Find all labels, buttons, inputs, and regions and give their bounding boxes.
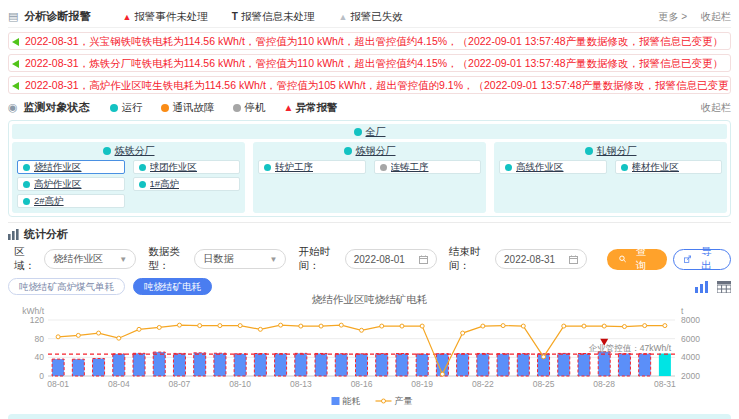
tab-alarm-info-unhandled[interactable]: T报警信息未处理 [232,10,315,24]
svg-text:08-28: 08-28 [593,379,615,389]
datatype-select[interactable]: 日数据▼ [194,249,286,269]
tab-power-per-ton[interactable]: 吨烧结矿电耗 [133,278,212,295]
group-items: 高线作业区 棒材作业区 [499,160,722,174]
svg-text:能耗: 能耗 [343,396,361,406]
green-flag-icon [12,60,19,68]
end-date-label: 结束时间： [449,245,489,273]
svg-text:08-19: 08-19 [411,379,433,389]
svg-text:6000: 6000 [681,334,700,344]
teal-dot-icon [139,164,146,171]
datatype-label: 数据类型： [148,245,188,273]
alert-row[interactable]: 2022-08-31，兴宝钢铁吨铁电耗为114.56 kWh/t，管控值为110… [8,32,731,50]
summary-box: ▪2022-08-01至2022-08-31，烧结作业区吨烧结矿电耗为48.59… [8,414,731,419]
start-date-input[interactable]: 2022-08-01 [345,249,437,269]
tree-item-sintering[interactable]: 烧结作业区 [17,160,125,174]
tree-item-pellet[interactable]: 球团作业区 [133,160,241,174]
search-icon [619,254,626,264]
plant-tree: 全厂 炼铁分厂 烧结作业区 球团作业区 高炉作业区 1#高炉 2#高炉 炼钢分厂 [8,120,731,217]
group-title[interactable]: 炼钢分厂 [258,144,481,157]
legend-running: 运行 [110,101,143,115]
alert-row[interactable]: 2022-08-31，炼铁分厂吨铁电耗为114.56 kWh/t，管控值为110… [8,54,731,72]
tab-label: 报警已失效 [350,10,403,24]
status-panel-title: 监测对象状态 [24,100,90,115]
svg-text:40: 40 [35,352,45,362]
alert-text: 2022-08-31，兴宝钢铁吨铁电耗为114.56 kWh/t，管控值为110… [25,35,723,47]
collapse-link[interactable]: 收起栏 [701,10,731,24]
calendar-icon [419,255,428,264]
tree-item-bar-mill[interactable]: 棒材作业区 [615,160,723,174]
chart-svg: 040801202000400060008000kWh/tt企业管控值：47kW… [8,306,731,408]
tab-label: 报警事件未处理 [134,10,208,24]
teal-dot-icon [621,164,628,171]
teal-dot-icon [23,181,30,188]
tree-root[interactable]: 全厂 [12,124,727,139]
status-header-right: 收起栏 [701,101,731,115]
filter-bar: 区域： 烧结作业区▼ 数据类型： 日数据▼ 开始时间： 2022-08-01 结… [8,245,731,273]
region-select[interactable]: 烧结作业区▼ [44,249,136,269]
group-title[interactable]: 轧钢分厂 [499,144,722,157]
status-panel: ◉ 监测对象状态 运行 通讯故障 停机 ▲异常报警 收起栏 全厂 炼铁分厂 烧结… [8,98,731,217]
alert-text: 2022-08-31，高炉作业区吨生铁电耗为114.56 kWh/t，管控值为1… [25,79,731,91]
export-button[interactable]: 导 出 [673,249,731,270]
svg-text:0: 0 [39,371,44,381]
green-flag-icon [12,82,19,90]
tree-item-wire-rod[interactable]: 高线作业区 [499,160,607,174]
query-button[interactable]: 查 询 [607,249,667,270]
chart-area: 040801202000400060008000kWh/tt企业管控值：47kW… [8,306,731,412]
tab-gas-per-ton[interactable]: 吨烧结矿高炉煤气单耗 [8,278,125,295]
tree-item-converter[interactable]: 转炉工序 [258,160,366,174]
alarm-panel: ▤ 分析诊断报警 ▲报警事件未处理 T报警信息未处理 ▲报警已失效 更多 > 收… [8,6,731,94]
svg-text:8000: 8000 [681,315,700,325]
group-ironmaking: 炼铁分厂 烧结作业区 球团作业区 高炉作业区 1#高炉 2#高炉 [12,142,245,213]
more-link[interactable]: 更多 > [658,10,687,24]
legend-alarm: ▲异常报警 [284,101,338,115]
teal-dot-icon [585,147,593,155]
page: ▤ 分析诊断报警 ▲报警事件未处理 T报警信息未处理 ▲报警已失效 更多 > 收… [0,0,739,419]
tree-groups: 炼铁分厂 烧结作业区 球团作业区 高炉作业区 1#高炉 2#高炉 炼钢分厂 转炉… [12,142,727,213]
tab-alarm-expired[interactable]: ▲报警已失效 [338,10,402,24]
svg-text:08-13: 08-13 [290,379,312,389]
table-view-icon[interactable] [717,281,731,293]
letter-t-icon: T [232,11,238,22]
svg-text:08-31: 08-31 [654,379,676,389]
status-panel-header: ◉ 监测对象状态 运行 通讯故障 停机 ▲异常报警 收起栏 [8,98,731,117]
chevron-down-icon: ▼ [119,255,127,264]
tree-item-furnace-1[interactable]: 1#高炉 [133,177,241,191]
stats-panel: 统计分析 区域： 烧结作业区▼ 数据类型： 日数据▼ 开始时间： 2022-08… [8,222,731,419]
stats-panel-title: 统计分析 [24,227,68,242]
svg-text:08-01: 08-01 [47,379,69,389]
svg-text:08-04: 08-04 [108,379,130,389]
legend-stopped: 停机 [233,101,266,115]
chevron-down-icon: ▼ [270,255,278,264]
tree-item-blast-furnace-area[interactable]: 高炉作业区 [17,177,125,191]
svg-text:08-25: 08-25 [533,379,555,389]
teal-dot-icon [505,164,512,171]
alarm-tabs: ▲报警事件未处理 T报警信息未处理 ▲报警已失效 [122,10,402,24]
teal-dot-icon [23,164,30,171]
svg-text:2000: 2000 [681,371,700,381]
teal-dot-icon [264,164,271,171]
collapse-link[interactable]: 收起栏 [701,101,731,115]
svg-text:kWh/t: kWh/t [22,306,44,316]
svg-text:08-16: 08-16 [351,379,373,389]
alarm-panel-header: ▤ 分析诊断报警 ▲报警事件未处理 T报警信息未处理 ▲报警已失效 更多 > 收… [8,6,731,28]
alert-row[interactable]: 2022-08-31，高炉作业区吨生铁电耗为114.56 kWh/t，管控值为1… [8,76,731,94]
tab-alarm-events-unhandled[interactable]: ▲报警事件未处理 [122,10,207,24]
svg-text:08-10: 08-10 [229,379,251,389]
monitor-icon: ◉ [8,101,18,114]
view-toggle [695,281,731,293]
svg-text:企业管控值：47kWh/t: 企业管控值：47kWh/t [589,343,672,353]
chart-view-icon[interactable] [695,281,709,293]
end-date-input[interactable]: 2022-08-31 [495,249,587,269]
calendar-icon [569,255,578,264]
tree-item-furnace-2[interactable]: 2#高炉 [17,194,125,208]
gray-dot-icon [233,104,241,112]
group-rolling: 轧钢分厂 高线作业区 棒材作业区 [494,142,727,213]
tree-item-casting[interactable]: 连铸工序 [374,160,482,174]
status-legend: 运行 通讯故障 停机 ▲异常报警 [110,101,338,115]
group-title[interactable]: 炼铁分厂 [17,144,240,157]
alert-triangle-icon: ▲ [122,12,131,22]
gray-dot-icon [380,164,387,171]
alert-text: 2022-08-31，炼铁分厂吨铁电耗为114.56 kWh/t，管控值为110… [25,57,723,69]
group-steelmaking: 炼钢分厂 转炉工序 连铸工序 [253,142,486,213]
